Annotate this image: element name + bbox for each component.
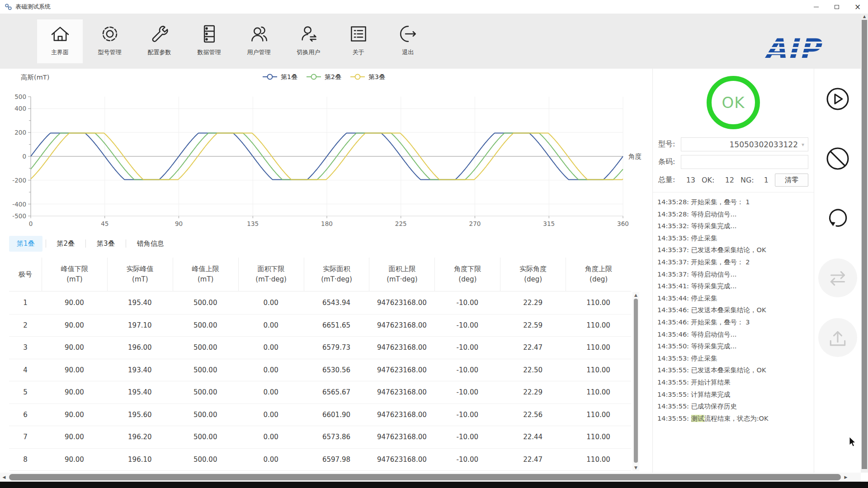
table-cell: -10.00 — [434, 299, 500, 307]
table-cell: 6573.86 — [304, 433, 369, 441]
table-row[interactable]: 190.00195.40500.000.006543.94947623168.0… — [9, 292, 631, 314]
svg-text:400: 400 — [14, 105, 26, 112]
window-scrollbar[interactable]: ▲ — [861, 14, 868, 473]
logo-stripe — [761, 42, 825, 43]
table-cell: 0.00 — [238, 455, 304, 464]
log-entry: 14:35:46: 开始采集，叠号： 3 — [657, 316, 809, 328]
table-cell: -10.00 — [434, 321, 500, 329]
table-scrollbar[interactable]: ▲ ▼ — [632, 292, 639, 471]
legend-item-第3叠[interactable]: 第3叠 — [350, 73, 385, 80]
svg-text:-500: -500 — [12, 212, 26, 220]
panel-divider — [653, 192, 814, 192]
log-entry: 14:35:55: 开始计算结果 — [657, 376, 809, 389]
table-cell: 22.29 — [500, 388, 566, 396]
barcode-label: 条码: — [658, 157, 681, 167]
brand-logo-text: AIP — [764, 33, 821, 66]
svg-text:-400: -400 — [12, 201, 26, 208]
table-cell: 947623168.00 — [369, 299, 434, 307]
svg-text:90: 90 — [175, 220, 183, 227]
table-cell: 6597.98 — [304, 455, 369, 464]
table-row[interactable]: 590.00195.40500.000.006565.67947623168.0… — [9, 381, 631, 404]
toolbar-item-数据管理[interactable]: 数据管理 — [186, 19, 232, 63]
table-cell: 90.00 — [42, 321, 107, 329]
table-row[interactable]: 890.00196.10500.000.006597.98947623168.0… — [9, 449, 631, 471]
table-cell: 90.00 — [42, 366, 107, 374]
log-entry: 14:35:53: 停止采集 — [657, 352, 809, 365]
log-entry: 14:35:37: 开始采集，叠号： 2 — [657, 256, 809, 268]
wrench-icon — [149, 23, 170, 45]
stop-button[interactable] — [818, 139, 857, 178]
barcode-input[interactable] — [681, 155, 808, 169]
model-select[interactable]: 15050302033122 ▾ — [681, 137, 808, 151]
svg-text:第2叠: 第2叠 — [325, 73, 341, 80]
svg-text:-200: -200 — [12, 177, 26, 184]
clear-counts-button[interactable]: 清零 — [775, 174, 808, 187]
about-icon — [348, 23, 369, 45]
table-cell: 110.00 — [566, 366, 631, 374]
table-row[interactable]: 290.00197.10500.000.006651.65947623168.0… — [9, 314, 631, 337]
app-window: { "window": { "title": "表磁测试系统", "contro… — [0, 0, 868, 488]
table-row[interactable]: 790.00196.20500.000.006573.86947623168.0… — [9, 426, 631, 449]
log-entry: 14:35:28: 开始采集，叠号： 1 — [657, 196, 809, 208]
table-cell: 110.00 — [566, 455, 631, 464]
table-cell: 500.00 — [173, 343, 238, 352]
close-button[interactable]: × — [847, 0, 868, 14]
horizontal-scrollbar-thumb[interactable] — [9, 474, 841, 480]
table-cell: 0.00 — [238, 433, 304, 441]
ng-label: NG: — [741, 176, 759, 184]
scroll-left-icon[interactable]: ◀ — [0, 473, 8, 482]
column-header: 峰值上限(mT) — [173, 258, 238, 291]
table-cell: 6601.90 — [304, 411, 369, 419]
start-button[interactable] — [818, 80, 857, 118]
window-scrollbar-thumb[interactable] — [862, 20, 867, 469]
column-header: 面积上限(mT·deg) — [369, 258, 434, 291]
main-toolbar: 主界面型号管理配置参数数据管理用户管理切换用户关于退出 AIP — [0, 14, 868, 69]
tab-divider — [46, 239, 46, 248]
log-entry: 14:35:46: 等待启动信号... — [657, 328, 809, 341]
toolbar-item-主界面[interactable]: 主界面 — [37, 19, 83, 63]
maximize-button[interactable] — [826, 0, 847, 14]
toolbar-item-label: 主界面 — [51, 48, 69, 56]
toolbar-item-型号管理[interactable]: 型号管理 — [87, 19, 132, 63]
table-cell: 0.00 — [238, 388, 304, 396]
toolbar-item-配置参数[interactable]: 配置参数 — [137, 19, 182, 63]
table-row[interactable]: 690.00195.60500.000.006601.90947623168.0… — [9, 404, 631, 427]
scroll-down-icon[interactable]: ▼ — [632, 465, 639, 471]
table-cell: 22.50 — [500, 366, 566, 374]
log-entry: 14:35:41: 等待采集完成... — [657, 280, 809, 292]
log-entry: 14:35:37: 已发送本叠采集结论，OK — [657, 244, 809, 256]
toolbar-item-label: 退出 — [402, 48, 414, 56]
toolbar-item-切换用户[interactable]: 切换用户 — [286, 19, 331, 63]
scroll-up-icon[interactable]: ▲ — [632, 292, 639, 298]
scroll-right-icon[interactable]: ▶ — [842, 473, 850, 482]
tab-错角信息[interactable]: 错角信息 — [129, 236, 172, 252]
table-cell: 22.47 — [500, 343, 566, 352]
tab-第2叠[interactable]: 第2叠 — [49, 236, 83, 252]
table-cell: 196.00 — [107, 343, 173, 352]
results-table-header: 极号峰值下限(mT)实际峰值(mT)峰值上限(mT)面积下限(mT·deg)实际… — [9, 258, 631, 291]
table-row[interactable]: 390.00196.00500.000.006579.73947623168.0… — [9, 337, 631, 359]
scroll-up-icon[interactable]: ▲ — [861, 14, 868, 19]
log-panel: 14:35:28: 开始采集，叠号： 114:35:28: 等待启动信号...1… — [657, 196, 809, 424]
toolbar-item-label: 配置参数 — [148, 48, 171, 56]
table-cell: -10.00 — [434, 433, 500, 441]
retry-button[interactable] — [818, 199, 857, 238]
minimize-button[interactable] — [806, 0, 826, 14]
horizontal-scrollbar[interactable]: ◀ ▶ — [0, 473, 861, 482]
table-cell: 947623168.00 — [369, 388, 434, 396]
table-row[interactable]: 490.00193.40500.000.006530.56947623168.0… — [9, 359, 631, 382]
legend-item-第1叠[interactable]: 第1叠 — [263, 73, 297, 80]
table-cell: 6543.94 — [304, 299, 369, 307]
toolbar-item-退出[interactable]: 退出 — [385, 19, 431, 63]
table-cell: 90.00 — [42, 343, 107, 352]
toolbar-item-关于[interactable]: 关于 — [335, 19, 381, 63]
toolbar-item-用户管理[interactable]: 用户管理 — [236, 19, 282, 63]
tab-第1叠[interactable]: 第1叠 — [9, 236, 42, 252]
table-cell: 947623168.00 — [369, 343, 434, 352]
table-cell: 6651.65 — [304, 321, 369, 329]
table-cell: 22.44 — [500, 433, 566, 441]
table-scrollbar-thumb[interactable] — [634, 299, 638, 463]
legend-item-第2叠[interactable]: 第2叠 — [307, 73, 341, 80]
ng-count: 1 — [759, 176, 769, 184]
tab-第3叠[interactable]: 第3叠 — [89, 236, 123, 252]
